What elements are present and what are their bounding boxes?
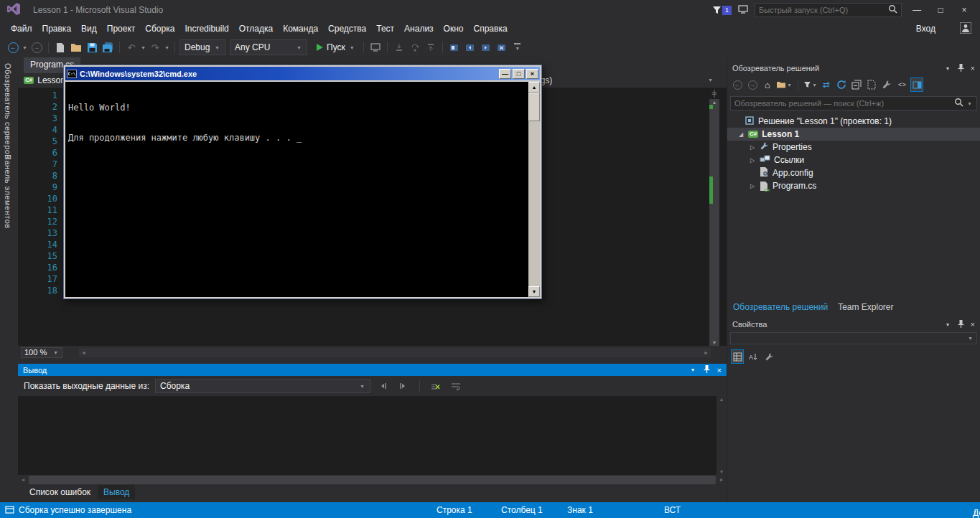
feedback-icon[interactable]	[738, 5, 748, 16]
menu-item[interactable]: Правка	[37, 22, 77, 36]
tab-team-explorer[interactable]: Team Explorer	[838, 302, 893, 312]
sign-in-link[interactable]: Вход	[916, 24, 935, 34]
expander-icon[interactable]: ▷	[749, 157, 756, 164]
expander-icon[interactable]: ▷	[749, 183, 756, 189]
prev-message-icon[interactable]	[376, 378, 391, 394]
console-scrollbar[interactable]: ▲ ▼	[528, 82, 540, 297]
pending-changes-filter-icon[interactable]: ▾	[803, 77, 818, 92]
sync-with-active-document-icon[interactable]: ⇄	[820, 77, 833, 92]
close-button[interactable]: ×	[956, 5, 973, 15]
nav-member-caret-icon[interactable]: ▾	[707, 77, 714, 83]
notifications-icon[interactable]: 1	[712, 6, 732, 15]
nav-project-dropdown[interactable]: Lesson	[37, 75, 65, 85]
tab-solution-explorer[interactable]: Обозреватель решений	[733, 302, 828, 312]
tree-node-solution[interactable]: Решение "Lesson 1" (проектов: 1)	[727, 115, 980, 128]
show-all-files-icon[interactable]	[865, 77, 878, 92]
open-file-icon[interactable]	[69, 39, 83, 55]
close-icon[interactable]: ×	[717, 366, 722, 375]
new-file-icon[interactable]	[53, 39, 67, 55]
prev-bookmark-icon[interactable]	[463, 39, 477, 55]
output-panel-header[interactable]: Вывод ▾ ×	[18, 364, 727, 376]
configuration-combo[interactable]: Debug▾	[179, 39, 225, 55]
search-icon[interactable]	[888, 4, 897, 16]
next-message-icon[interactable]	[396, 378, 411, 394]
menu-item[interactable]: Тест	[371, 22, 399, 36]
redo-icon[interactable]: ↷	[148, 39, 162, 55]
scroll-left-icon[interactable]: ◄	[18, 475, 28, 485]
toggle-bookmark-icon[interactable]	[447, 39, 462, 55]
tree-node-appconfig[interactable]: App.config	[727, 166, 980, 179]
pin-icon[interactable]	[703, 364, 711, 375]
output-vertical-scrollbar[interactable]: ▲ ▼	[717, 396, 727, 475]
properties-object-selector[interactable]: ▾	[730, 332, 977, 344]
menu-item[interactable]: Файл	[6, 22, 37, 36]
alphabetical-sort-icon[interactable]: A	[747, 349, 760, 364]
maximize-button[interactable]: □	[932, 5, 949, 15]
tree-node-project[interactable]: ◢ C# Lesson 1	[727, 128, 980, 141]
nav-back-icon[interactable]: ←	[6, 39, 20, 55]
menu-item[interactable]: Команда	[278, 22, 323, 36]
quick-launch-input[interactable]	[759, 6, 888, 14]
clear-all-icon[interactable]	[429, 378, 443, 394]
categorized-icon[interactable]	[731, 349, 744, 364]
menu-item[interactable]: Проект	[102, 22, 141, 36]
save-icon[interactable]	[85, 39, 99, 55]
output-content[interactable]: ▲ ▼	[18, 396, 727, 475]
start-debug-button[interactable]: Пуск ▾	[313, 39, 359, 55]
menu-item[interactable]: Отладка	[234, 22, 278, 36]
window-position-icon[interactable]: ▾	[945, 321, 951, 328]
tree-node-programcs[interactable]: ▷ C# Program.cs	[727, 179, 980, 192]
preview-selected-items-icon[interactable]	[910, 77, 923, 92]
scroll-left-icon[interactable]: ◄	[79, 348, 88, 357]
title-bar[interactable]: Lesson 1 - Microsoft Visual Studio 1 — □…	[0, 0, 980, 20]
search-options-caret-icon[interactable]: ▾	[966, 100, 973, 107]
next-bookmark-icon[interactable]	[479, 39, 493, 55]
tab-error-list[interactable]: Список ошибок	[24, 485, 96, 499]
splitter-grip-icon[interactable]: ╪	[709, 89, 719, 98]
console-minimize-button[interactable]: —	[499, 69, 511, 79]
word-wrap-icon[interactable]	[449, 378, 463, 394]
nav-back-caret-icon[interactable]: ▾	[22, 44, 28, 51]
solution-explorer-header[interactable]: Обозреватель решений ▾ ×	[727, 62, 980, 75]
collapse-all-icon[interactable]	[850, 77, 863, 92]
user-icon[interactable]	[960, 22, 971, 36]
toolbar-options-icon[interactable]: ▾	[510, 39, 525, 55]
step-out-icon[interactable]	[424, 39, 438, 55]
scroll-up-icon[interactable]: ▲	[717, 397, 727, 402]
zoom-selector[interactable]: 100 %▾	[21, 347, 62, 358]
undo-caret-icon[interactable]: ▾	[140, 44, 146, 51]
console-title-bar[interactable]: C:\ C:\Windows\system32\cmd.exe — □ ×	[65, 67, 540, 80]
property-pages-icon[interactable]	[762, 349, 775, 364]
clear-bookmarks-icon[interactable]	[495, 39, 509, 55]
redo-caret-icon[interactable]: ▾	[164, 44, 170, 51]
menu-item[interactable]: Анализ	[399, 22, 439, 36]
menu-item[interactable]: Окно	[439, 22, 469, 36]
scroll-down-icon[interactable]: ▼	[717, 469, 727, 474]
scroll-right-icon[interactable]: ►	[717, 475, 727, 485]
scroll-down-icon[interactable]: ▼	[528, 286, 540, 297]
console-maximize-button[interactable]: □	[513, 69, 525, 79]
menu-item[interactable]: Справка	[469, 22, 513, 36]
solution-search-box[interactable]: ▾	[730, 96, 977, 110]
scrollbar-thumb[interactable]	[29, 476, 716, 484]
tab-server-explorer[interactable]: Обозреватель серверов	[4, 63, 12, 159]
properties-panel-header[interactable]: Свойства ▾ ×	[727, 318, 980, 331]
view-code-icon[interactable]: < >	[895, 77, 908, 92]
window-position-icon[interactable]: ▾	[690, 367, 696, 373]
scroll-up-icon[interactable]: ▲	[528, 82, 540, 93]
expander-icon[interactable]: ◢	[737, 131, 745, 138]
close-icon[interactable]: ×	[971, 320, 975, 329]
tree-node-properties[interactable]: ▷ Properties	[727, 141, 980, 154]
tab-output[interactable]: Вывод	[98, 485, 135, 499]
editor-vertical-scrollbar[interactable]: ▲ ▼	[709, 99, 719, 346]
menu-item[interactable]: Incredibuild	[179, 22, 233, 36]
refresh-icon[interactable]	[835, 77, 848, 92]
console-close-button[interactable]: ×	[526, 69, 538, 79]
properties-icon[interactable]	[880, 77, 893, 92]
search-icon[interactable]	[954, 98, 963, 109]
step-over-icon[interactable]	[408, 39, 422, 55]
console-window[interactable]: C:\ C:\Windows\system32\cmd.exe — □ × He…	[63, 65, 542, 299]
scrollbar-thumb[interactable]	[528, 93, 540, 121]
undo-icon[interactable]: ↶	[124, 39, 139, 55]
platform-combo[interactable]: Any CPU▾	[230, 39, 307, 55]
